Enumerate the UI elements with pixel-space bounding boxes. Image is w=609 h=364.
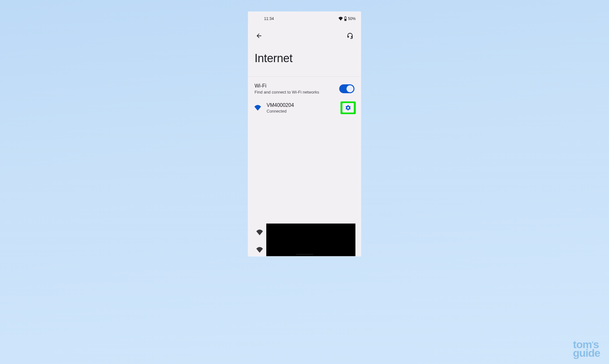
page-title: Internet — [248, 45, 361, 76]
content: Wi-Fi Find and connect to Wi-Fi networks… — [248, 77, 361, 254]
other-networks-icons — [253, 224, 266, 256]
svg-rect-0 — [345, 19, 346, 20]
status-right: 50% — [338, 16, 356, 21]
wifi-switch[interactable] — [339, 84, 355, 93]
settings-highlight — [341, 101, 356, 114]
network-settings-button[interactable] — [343, 103, 354, 113]
wifi-subtitle: Find and connect to Wi-Fi networks — [255, 90, 339, 94]
app-bar — [248, 23, 361, 45]
headset-icon — [347, 32, 354, 39]
status-time: 11:34 — [253, 16, 274, 21]
phone-screenshot: 11:34 50% Internet Wi-Fi Find and connec… — [248, 12, 361, 256]
home-indicator[interactable] — [296, 254, 313, 255]
connected-network-name: VM4000204 — [267, 102, 336, 108]
wifi-icon — [256, 247, 263, 253]
status-bar: 11:34 50% — [248, 12, 361, 23]
battery-status-icon — [344, 16, 347, 21]
back-button[interactable] — [253, 29, 265, 42]
wifi-toggle-row[interactable]: Wi-Fi Find and connect to Wi-Fi networks — [248, 79, 361, 98]
gear-icon — [345, 105, 351, 111]
watermark: tom's guide — [573, 340, 600, 358]
battery-percent: 50% — [348, 16, 356, 21]
wifi-connected-icon — [254, 105, 261, 111]
wifi-title: Wi-Fi — [255, 83, 339, 89]
help-button[interactable] — [344, 29, 357, 42]
wifi-status-icon — [338, 17, 343, 21]
wifi-icon — [256, 230, 263, 235]
redacted-networks — [266, 224, 356, 256]
connected-network-status: Connected — [267, 109, 336, 114]
arrow-back-icon — [256, 32, 263, 39]
connected-network-row[interactable]: VM4000204 Connected — [248, 98, 361, 117]
